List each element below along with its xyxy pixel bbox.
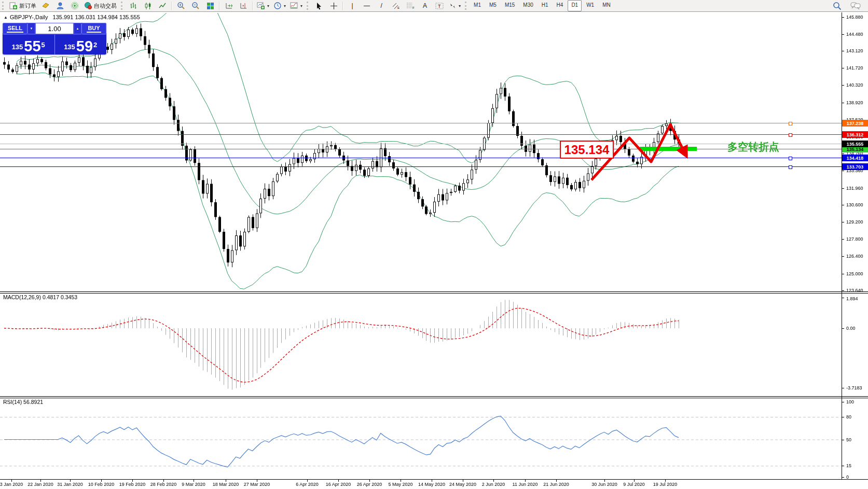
support-band-object[interactable] (640, 147, 697, 151)
toolbar-grip[interactable] (121, 2, 124, 10)
rsi-tick-label: 15 (846, 463, 851, 468)
price-tag-137.238: 137.238 (842, 120, 868, 127)
indicators-button[interactable]: ▾ (288, 0, 305, 11)
periods-button[interactable]: ▾ (271, 0, 288, 11)
date-label: 5 May 2020 (388, 482, 412, 487)
autotrading-button[interactable]: 自动交易 (82, 0, 119, 11)
timeframe-d1[interactable]: D1 (568, 0, 582, 11)
price-callout-box[interactable]: 135.134 (560, 141, 614, 159)
horizontal-line-136.312[interactable] (0, 134, 842, 135)
rsi-tick-label: 100 (846, 399, 854, 404)
pane-separator[interactable] (0, 398, 868, 398)
new-order-button[interactable]: 新订单 (7, 0, 38, 11)
timeframe-m30[interactable]: M30 (519, 0, 536, 11)
line-handle[interactable] (789, 157, 792, 160)
date-label: 10 Feb 2020 (88, 482, 115, 487)
date-label: 9 Mar 2020 (182, 482, 205, 487)
chat-button[interactable] (848, 0, 863, 11)
tile-windows-button[interactable] (203, 0, 217, 11)
line-handle[interactable] (789, 122, 792, 125)
fibonacci-button[interactable]: F (403, 0, 418, 11)
zoom-in-button[interactable] (174, 0, 188, 11)
price-tick-label: 130.600 (846, 202, 863, 207)
line-handle[interactable] (789, 133, 792, 137)
new-order-icon (9, 2, 18, 10)
mt4-window: 新订单 自动交易 (0, 0, 868, 489)
auto-scroll-button[interactable] (222, 0, 236, 11)
toolbar: 新订单 自动交易 (0, 0, 868, 12)
crosshair-button[interactable] (326, 0, 341, 11)
timeframe-m1[interactable]: M1 (470, 0, 485, 11)
toolbar-separator (171, 2, 172, 10)
buy-button[interactable]: BUY (81, 23, 106, 34)
toolbar-grip[interactable] (307, 2, 310, 10)
new-order-label: 新订单 (19, 2, 36, 10)
vertical-line-button[interactable]: | (345, 0, 360, 11)
new-chart-button[interactable]: ▾ (255, 0, 271, 11)
rsi-tick-label: 80 (846, 414, 851, 420)
text-icon: A (423, 2, 427, 9)
text-button[interactable]: A (418, 0, 432, 11)
text-label-button[interactable]: T (432, 0, 447, 11)
svg-text:T: T (438, 4, 441, 9)
horizontal-line-133.703[interactable] (0, 166, 842, 167)
bar-chart-button[interactable] (126, 0, 141, 11)
toolbar-separator (219, 2, 220, 10)
horizontal-line-135.134[interactable] (0, 149, 842, 149)
toolbar-grip[interactable] (2, 2, 5, 10)
timeframe-m5[interactable]: M5 (486, 0, 500, 11)
signals-button[interactable] (67, 0, 82, 11)
sell-label: SELL (7, 25, 23, 33)
timeframe-h1[interactable]: H1 (538, 0, 552, 11)
cursor-button[interactable] (312, 0, 326, 11)
timeframe-group: M1M5M15M30H1H4D1W1MN (470, 0, 614, 11)
horizontal-line-137.238[interactable] (0, 123, 842, 123)
timeframe-m15[interactable]: M15 (501, 0, 518, 11)
candlestick-button[interactable] (141, 0, 155, 11)
buy-price[interactable]: 135592 (55, 35, 107, 54)
price-tick-label: 141.720 (846, 65, 863, 71)
pane-separator[interactable] (0, 396, 868, 397)
chart-shift-button[interactable] (236, 0, 251, 11)
timeframe-mn[interactable]: MN (599, 0, 614, 11)
timeframe-w1[interactable]: W1 (583, 0, 598, 11)
pane-separator[interactable] (0, 291, 868, 292)
line-handle[interactable] (789, 165, 792, 169)
horizontal-line-button[interactable]: — (360, 0, 374, 11)
rsi-tick-label: 50 (846, 437, 851, 442)
tile-windows-icon (206, 2, 214, 10)
zoom-out-button[interactable] (188, 0, 203, 11)
collapse-panel-icon[interactable]: ▲ (4, 15, 8, 20)
toolbar-right (830, 0, 868, 11)
volume-increase-button[interactable]: ▴ (74, 23, 81, 34)
favorites-button[interactable] (38, 0, 53, 11)
horizontal-line-134.418[interactable] (0, 158, 842, 158)
arrows-button[interactable]: ▾ (447, 0, 463, 11)
price-tick-label: 131.960 (846, 186, 863, 191)
toolbar-separator (342, 2, 343, 10)
profile-button[interactable] (53, 0, 67, 11)
price-tag-136.312: 136.312 (842, 131, 868, 138)
channel-button[interactable]: E (389, 0, 403, 11)
buy-label: BUY (87, 25, 101, 33)
toolbar-grip[interactable] (465, 2, 468, 10)
sell-price[interactable]: 135555 (3, 35, 55, 54)
price-tick-label: 127.800 (846, 236, 863, 242)
clock-icon (273, 2, 282, 10)
timeframe-h4[interactable]: H4 (553, 0, 567, 11)
line-chart-button[interactable] (155, 0, 170, 11)
price-tick-label: 123.640 (846, 288, 863, 293)
volume-decrease-button[interactable]: ▾ (27, 23, 35, 34)
indicators-icon (290, 2, 298, 10)
dropdown-caret-icon: ▾ (267, 4, 269, 8)
sell-button[interactable]: SELL (3, 23, 27, 34)
time-axis-border (0, 479, 868, 480)
price-chart-canvas[interactable] (0, 0, 868, 489)
arrows-icon (449, 2, 457, 10)
volume-input[interactable]: 1.00 (35, 23, 74, 34)
pane-separator[interactable] (0, 293, 868, 294)
turning-point-note[interactable]: 多空转折点 (727, 140, 779, 154)
date-label: 3 Jan 2020 (0, 482, 23, 487)
search-button[interactable] (830, 0, 844, 11)
trendline-button[interactable]: / (374, 0, 389, 11)
